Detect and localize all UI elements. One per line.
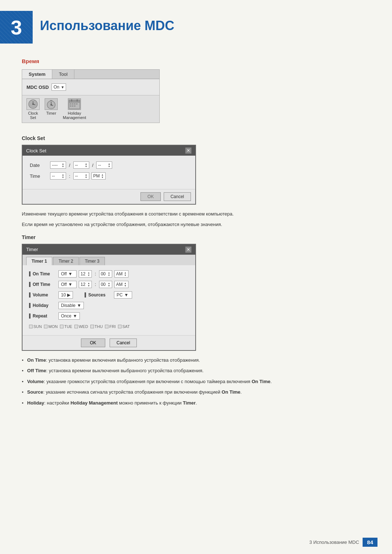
day-mon[interactable]: MON xyxy=(44,324,58,329)
date-spinner-3[interactable]: ▲ ▼ xyxy=(108,163,110,168)
on-ampm-up[interactable]: ▲ xyxy=(124,271,127,274)
tool-holiday-management[interactable]: HolidayManagement xyxy=(63,98,86,120)
clock-set-cancel-button[interactable]: Cancel xyxy=(164,192,191,201)
day-sat-checkbox[interactable] xyxy=(118,325,122,328)
time-min-up[interactable]: ▲ xyxy=(85,173,87,176)
day-fri-checkbox[interactable] xyxy=(105,325,109,328)
date-up-2[interactable]: ▲ xyxy=(85,163,87,165)
off-ampm-select[interactable]: AM ▲ ▼ xyxy=(114,281,128,288)
tool-timer[interactable]: Timer xyxy=(45,98,58,120)
off-min-spinner[interactable]: ▲ ▼ xyxy=(108,282,110,287)
day-fri[interactable]: FRI xyxy=(105,324,116,329)
date-spinner-1[interactable]: ▲ ▼ xyxy=(62,163,64,168)
on-min-spinner[interactable]: ▲ ▼ xyxy=(108,271,110,276)
mdc-osd-select[interactable]: On ▼ xyxy=(52,83,66,91)
day-wed-label: WED xyxy=(79,324,88,329)
tab-system[interactable]: System xyxy=(22,70,52,79)
repeat-val: Once xyxy=(61,313,72,319)
off-ampm-val: AM xyxy=(116,282,123,287)
clock-set-close-button[interactable]: ✕ xyxy=(185,147,192,154)
day-thu-label: THU xyxy=(95,324,103,329)
off-hour-up[interactable]: ▲ xyxy=(87,282,90,284)
off-min-up[interactable]: ▲ xyxy=(108,282,110,284)
on-time-dropdown[interactable]: Off ▼ xyxy=(58,270,77,278)
date-up-1[interactable]: ▲ xyxy=(62,163,64,165)
day-sun[interactable]: SUN xyxy=(29,324,42,329)
time-min-spinner[interactable]: ▲ ▼ xyxy=(85,173,87,178)
svg-rect-20 xyxy=(74,106,75,107)
on-ampm-select[interactable]: AM ▲ ▼ xyxy=(114,270,128,278)
page-footer: 3 Использование MDC 84 xyxy=(309,538,377,547)
time-min-down[interactable]: ▼ xyxy=(85,176,87,178)
on-hour-field[interactable]: 12 ▲ ▼ xyxy=(79,270,92,278)
holiday-label: Holiday xyxy=(29,303,56,308)
timer-footer: OK Cancel xyxy=(23,335,195,350)
timer-cancel-button[interactable]: Cancel xyxy=(110,338,137,347)
off-hour-spinner[interactable]: ▲ ▼ xyxy=(87,282,90,287)
date-field-1[interactable]: ---- ▲ ▼ xyxy=(50,161,66,169)
timer-tab-3[interactable]: Timer 3 xyxy=(79,257,105,265)
time-min-field[interactable]: -- ▲ ▼ xyxy=(73,172,89,180)
tool-clock-set[interactable]: ClockSet xyxy=(26,98,40,120)
date-down-2[interactable]: ▼ xyxy=(85,165,87,168)
timer-tab-2[interactable]: Timer 2 xyxy=(53,257,78,265)
off-ampm-spinner[interactable]: ▲ ▼ xyxy=(124,282,127,287)
time-hour-field[interactable]: -- ▲ ▼ xyxy=(50,172,66,180)
on-min-up[interactable]: ▲ xyxy=(108,271,110,274)
clock-set-ok-button[interactable]: OK xyxy=(140,192,160,201)
timer-ok-button[interactable]: OK xyxy=(81,338,105,347)
on-min-down[interactable]: ▼ xyxy=(108,274,110,276)
date-spinner-2[interactable]: ▲ ▼ xyxy=(85,163,87,168)
volume-dropdown[interactable]: 10 ▶ xyxy=(58,291,73,299)
date-field-3[interactable]: -- ▲ ▼ xyxy=(96,161,112,169)
day-sun-checkbox[interactable] xyxy=(29,325,33,328)
off-time-dropdown[interactable]: Off ▼ xyxy=(58,281,77,288)
day-mon-checkbox[interactable] xyxy=(44,325,48,328)
off-ampm-down[interactable]: ▼ xyxy=(124,284,127,287)
day-tue[interactable]: TUE xyxy=(60,324,72,329)
day-tue-checkbox[interactable] xyxy=(60,325,64,328)
sources-dropdown[interactable]: PC ▼ xyxy=(114,291,132,299)
day-wed-checkbox[interactable] xyxy=(74,325,78,328)
on-min-field[interactable]: 00 ▲ ▼ xyxy=(99,270,112,278)
on-ampm-down[interactable]: ▼ xyxy=(124,274,127,276)
holiday-val: Disable xyxy=(61,303,75,308)
on-hour-up[interactable]: ▲ xyxy=(87,271,90,274)
holiday-dropdown[interactable]: Disable ▼ xyxy=(58,302,84,309)
repeat-dropdown[interactable]: Once ▼ xyxy=(58,312,80,320)
day-thu-checkbox[interactable] xyxy=(90,325,94,328)
on-hour-down[interactable]: ▼ xyxy=(87,274,90,276)
ampm-select[interactable]: PM ▲ ▼ xyxy=(91,172,106,180)
time-hour-down[interactable]: ▼ xyxy=(62,176,64,178)
date-down-3[interactable]: ▼ xyxy=(108,165,110,168)
timer-dialog: Timer ✕ Timer 1 Timer 2 Timer 3 On Time … xyxy=(22,244,196,351)
date-up-3[interactable]: ▲ xyxy=(108,163,110,165)
svg-rect-15 xyxy=(72,103,73,104)
day-sat[interactable]: SAT xyxy=(118,324,130,329)
date-field-2[interactable]: -- ▲ ▼ xyxy=(73,161,89,169)
day-wed[interactable]: WED xyxy=(74,324,88,329)
timer-close-button[interactable]: ✕ xyxy=(185,246,192,253)
time-hour-up[interactable]: ▲ xyxy=(62,173,64,176)
day-thu[interactable]: THU xyxy=(90,324,103,329)
on-ampm-spinner[interactable]: ▲ ▼ xyxy=(124,271,127,276)
ampm-up[interactable]: ▲ xyxy=(101,173,104,176)
off-time-arrow: ▼ xyxy=(68,282,73,287)
holiday-management-icon xyxy=(68,98,81,110)
timer-tab-1[interactable]: Timer 1 xyxy=(26,257,52,265)
on-hour-spinner[interactable]: ▲ ▼ xyxy=(87,271,90,276)
off-hour-field[interactable]: 12 ▲ ▼ xyxy=(79,281,92,288)
date-down-1[interactable]: ▼ xyxy=(62,165,64,168)
off-min-down[interactable]: ▼ xyxy=(108,284,110,287)
off-min-field[interactable]: 00 ▲ ▼ xyxy=(99,281,112,288)
bullet-dot-5: ● xyxy=(22,401,24,405)
bullet-text-2: Off Time: установка времени выключения в… xyxy=(27,367,204,374)
holiday-label: HolidayManagement xyxy=(63,111,86,120)
date-row: Date ---- ▲ ▼ / -- ▲ ▼ / xyxy=(30,161,188,169)
time-hour-spinner[interactable]: ▲ ▼ xyxy=(62,173,64,178)
off-hour-down[interactable]: ▼ xyxy=(87,284,90,287)
tab-tool[interactable]: Tool xyxy=(52,70,74,79)
ampm-spinner[interactable]: ▲ ▼ xyxy=(101,173,104,178)
off-ampm-up[interactable]: ▲ xyxy=(124,282,127,284)
ampm-down[interactable]: ▼ xyxy=(101,176,104,178)
